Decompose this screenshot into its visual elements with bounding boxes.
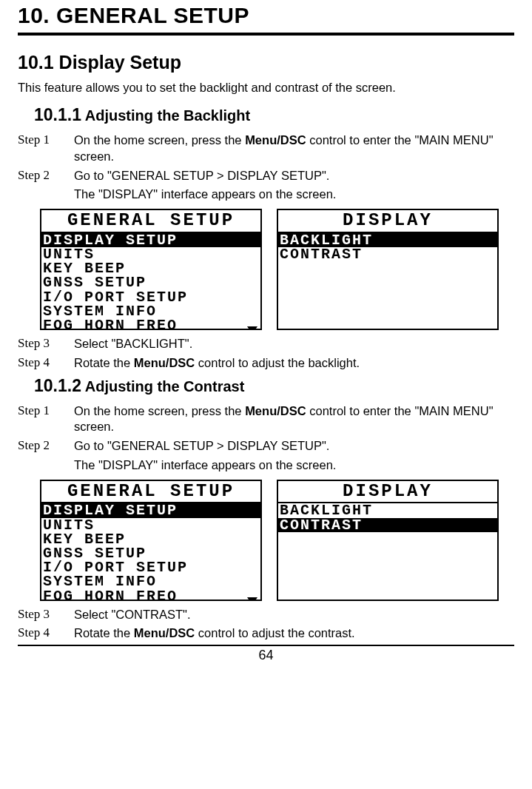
screen-title: DISPLAY [278,481,497,504]
step-row: Step 2 Go to "GENERAL SETUP > DISPLAY SE… [18,438,514,454]
menu-item: FOG HORN FREQ [41,318,260,330]
scroll-down-icon [247,326,257,330]
scroll-down-icon [247,597,257,601]
step-label: Step 4 [18,625,74,640]
step-row: Step 1 On the home screen, press the Men… [18,132,514,165]
menu-item: CONTRAST [278,247,497,261]
step-row: Step 4 Rotate the Menu/DSC control to ad… [18,625,514,642]
text-fragment: Rotate the [74,356,134,369]
control-name: Menu/DSC [245,133,306,147]
menu-item: FOG HORN FREQ [41,589,260,601]
control-name: Menu/DSC [245,404,306,417]
step-label: Step 2 [18,168,74,183]
chapter-rule [18,33,514,36]
step-label: Step 3 [18,336,74,351]
step-continue: The "DISPLAY" interface appears on the s… [74,187,514,203]
subsection-number: 10.1.1 [34,105,81,124]
menu-item: I/O PORT SETUP [41,290,260,304]
screens-row: GENERAL SETUP DISPLAY SETUP UNITS KEY BE… [40,480,514,601]
subsection-title: Adjusting the Contrast [81,378,244,394]
footer-rule [18,645,514,646]
screen-title: GENERAL SETUP [41,210,260,233]
screen-body: DISPLAY SETUP UNITS KEY BEEP GNSS SETUP … [41,503,260,600]
screen-body: DISPLAY SETUP UNITS KEY BEEP GNSS SETUP … [41,233,260,330]
subsection-heading: 10.1.1 Adjusting the Backlight [18,105,514,125]
step-body: On the home screen, press the Menu/DSC c… [74,403,514,436]
screen-body: BACKLIGHT CONTRAST [278,503,497,531]
subsection-title: Adjusting the Backlight [81,107,250,124]
step-row: Step 4 Rotate the Menu/DSC control to ad… [18,355,514,372]
menu-item: SYSTEM INFO [41,574,260,588]
step-continue: The "DISPLAY" interface appears on the s… [74,457,514,474]
menu-item-selected: CONTRAST [278,518,497,532]
text-fragment: control to adjust the backlight. [195,356,360,369]
screens-row: GENERAL SETUP DISPLAY SETUP UNITS KEY BE… [40,209,514,330]
screen-body: BACKLIGHT CONTRAST [278,233,497,261]
device-screen-display: DISPLAY BACKLIGHT CONTRAST [277,209,499,330]
text-fragment: control to adjust the contrast. [195,626,354,639]
step-label: Step 2 [18,438,74,453]
step-label: Step 1 [18,132,74,147]
screen-title: GENERAL SETUP [41,481,260,504]
step-row: Step 1 On the home screen, press the Men… [18,403,514,436]
chapter-title: 10. GENERAL SETUP [18,3,514,28]
page-number: 64 [18,648,514,663]
device-screen-display: DISPLAY BACKLIGHT CONTRAST [277,480,499,601]
step-row: Step 3 Select "BACKLIGHT". [18,336,514,352]
text-fragment: On the home screen, press the [74,133,245,147]
control-name: Menu/DSC [134,356,195,369]
step-body: Select "CONTRAST". [74,607,514,623]
screen-title: DISPLAY [278,210,497,233]
step-body: Rotate the Menu/DSC control to adjust th… [74,625,514,642]
text-fragment: On the home screen, press the [74,404,245,417]
control-name: Menu/DSC [134,626,195,639]
step-row: Step 2 Go to "GENERAL SETUP > DISPLAY SE… [18,168,514,184]
step-body: Go to "GENERAL SETUP > DISPLAY SETUP". [74,168,514,184]
text-fragment: Rotate the [74,626,134,639]
step-body: On the home screen, press the Menu/DSC c… [74,132,514,165]
step-label: Step 3 [18,607,74,622]
menu-item: GNSS SETUP [41,275,260,289]
device-screen-general-setup: GENERAL SETUP DISPLAY SETUP UNITS KEY BE… [40,209,262,330]
step-body: Go to "GENERAL SETUP > DISPLAY SETUP". [74,438,514,454]
step-body: Rotate the Menu/DSC control to adjust th… [74,355,514,372]
section-title: 10.1 Display Setup [18,52,514,73]
device-screen-general-setup: GENERAL SETUP DISPLAY SETUP UNITS KEY BE… [40,480,262,601]
subsection-heading: 10.1.2 Adjusting the Contrast [18,376,514,396]
menu-item-selected: DISPLAY SETUP [41,503,260,517]
menu-item: BACKLIGHT [278,503,497,517]
step-label: Step 1 [18,403,74,418]
menu-item: UNITS [41,518,260,532]
step-body: Select "BACKLIGHT". [74,336,514,352]
subsection-number: 10.1.2 [34,376,81,395]
step-label: Step 4 [18,355,74,370]
step-row: Step 3 Select "CONTRAST". [18,607,514,623]
intro-text: This feature allows you to set the backl… [18,81,514,95]
